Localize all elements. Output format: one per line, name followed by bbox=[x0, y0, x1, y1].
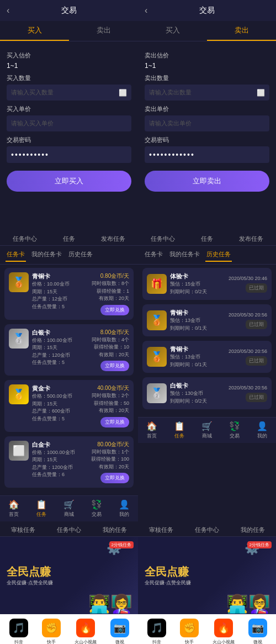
kuaishou-icon-left: ✊ bbox=[42, 619, 61, 637]
nav-left-shop[interactable]: 🛒商城 bbox=[55, 499, 83, 518]
task-silver-extra: 同时领取数：4个获得经验量：10有效期：20天 bbox=[92, 336, 129, 359]
app-item-huoshan-right[interactable]: 🔥 火山小视频 bbox=[213, 619, 235, 644]
sell-price-input[interactable]: 请输入卖出单价 bbox=[145, 115, 269, 131]
weishi-icon-left: 📷 bbox=[110, 619, 129, 637]
nav-right-task[interactable]: 📋任务 bbox=[166, 421, 193, 440]
audit-left-nav-audit[interactable]: 审核任务 bbox=[11, 526, 35, 534]
task-gold-body: 黄金卡 价格：500.00金币周期：15天总产量：600金币任务点赞量：5 bbox=[32, 384, 82, 423]
nav-left-trade-label: 交易 bbox=[92, 511, 102, 518]
task-gold-redeem-button[interactable]: 立即兑换 bbox=[100, 417, 129, 427]
task-gold-title: 黄金卡 bbox=[32, 384, 82, 393]
task-right-bottom-nav: 🏠首页 📋任务 🛒商城 💱交易 👤我的 bbox=[138, 417, 276, 443]
sell-back-arrow-icon[interactable]: ‹ bbox=[145, 6, 147, 15]
audit-left-promo-text: 全民点赚 全民促赚·点赞全民赚 bbox=[7, 565, 53, 587]
app-item-weishi-left[interactable]: 📷 微视 bbox=[110, 619, 129, 644]
nav-right-home[interactable]: 🏠首页 bbox=[138, 421, 166, 440]
nav-left-mine[interactable]: 👤我的 bbox=[110, 499, 138, 518]
douyin-icon-right: 🎵 bbox=[147, 619, 166, 637]
task-gold-extra: 同时领取数：2个获得经验量：50有效期：20天 bbox=[92, 392, 129, 415]
sell-panel-title: 交易 bbox=[199, 6, 215, 15]
nav-left-home-label: 首页 bbox=[9, 511, 19, 518]
sell-quantity-input[interactable]: 请输入卖出数量 ⬜ bbox=[145, 85, 269, 101]
buy-password-input[interactable]: •••••••••• bbox=[7, 146, 131, 163]
task-silver-icon: 🥈 bbox=[9, 329, 29, 349]
task-left-nav-center[interactable]: 任务中心 bbox=[13, 235, 37, 243]
task-left-nav-task[interactable]: 任务 bbox=[63, 235, 75, 243]
nav-right-shop[interactable]: 🛒商城 bbox=[193, 421, 221, 440]
task-right-tab-my[interactable]: 我的任务卡 bbox=[168, 248, 201, 262]
audit-right-section: 审核任务 任务中心 我的任务 全民点赚 全民促赚·点赞全民赚 ⚙️ 2分钱任务 … bbox=[138, 521, 276, 644]
back-arrow-icon[interactable]: ‹ bbox=[7, 6, 9, 15]
task-icon-r: 📋 bbox=[174, 421, 185, 431]
nav-right-trade[interactable]: 💱交易 bbox=[221, 421, 248, 440]
app-item-douyin-right[interactable]: 🎵 抖音 bbox=[147, 619, 166, 644]
task-card-silver: 🥈 白银卡 价格：100.00金币周期：15天总产量：120金币任务点赞量：5 … bbox=[4, 324, 134, 376]
tab-buy-buy[interactable]: 买入 bbox=[0, 21, 69, 41]
task-bronze-icon: 🥉 bbox=[9, 272, 29, 292]
sell-password-input[interactable]: •••••••••••• bbox=[145, 146, 269, 163]
task-white-extra: 同时领取数：1个获得经验量：100有效期：20天 bbox=[91, 448, 129, 471]
sell-submit-button[interactable]: 立即卖出 bbox=[145, 171, 269, 192]
buy-submit-button[interactable]: 立即买入 bbox=[7, 171, 131, 192]
sell-estimate-value: 1~1 bbox=[145, 62, 269, 70]
hist-exp-right: 2020/05/30 20:46 已过期 bbox=[229, 276, 267, 293]
app-item-kuaishou-left[interactable]: ✊ 快手 bbox=[42, 619, 61, 644]
task-right-nav-publish[interactable]: 发布任务 bbox=[239, 235, 263, 243]
buy-quantity-input[interactable]: 请输入买入数量 ⬜ bbox=[7, 85, 131, 101]
hist-silver-date: 2020/05/30 20:56 bbox=[229, 385, 267, 390]
hist-bronze1-date: 2020/05/30 20:56 bbox=[229, 312, 267, 318]
task-right-nav-center[interactable]: 任务中心 bbox=[151, 235, 175, 243]
task-left-tab-my[interactable]: 我的任务卡 bbox=[30, 248, 63, 262]
hist-silver-body: 白银卡 预估：130金币到期时间：0/2天 bbox=[170, 382, 225, 405]
task-white-icon: ⬜ bbox=[9, 441, 29, 461]
audit-right-nav-audit[interactable]: 审核任务 bbox=[149, 526, 173, 534]
app-item-kuaishou-right[interactable]: ✊ 快手 bbox=[180, 619, 199, 644]
audit-right-nav-center[interactable]: 任务中心 bbox=[195, 526, 219, 534]
app-item-huoshan-left[interactable]: 🔥 火山小视频 bbox=[75, 619, 97, 644]
hist-exp-title: 体验卡 bbox=[170, 272, 225, 281]
app-item-weishi-right[interactable]: 📷 微视 bbox=[248, 619, 267, 644]
douyin-label-left: 抖音 bbox=[14, 639, 23, 644]
sell-price-label: 卖出单价 bbox=[145, 105, 269, 113]
task-right-section: 任务中心 任务 发布任务 任务卡 我的任务卡 历史任务 🎁 体验卡 预估：15金… bbox=[138, 230, 276, 521]
audit-right-nav-my[interactable]: 我的任务 bbox=[241, 526, 265, 534]
nav-left-home[interactable]: 🏠首页 bbox=[0, 499, 28, 518]
tab-buy-sell[interactable]: 卖出 bbox=[69, 21, 138, 41]
task-silver-redeem-button[interactable]: 立即兑换 bbox=[100, 361, 129, 371]
hist-bronze2-status: 已过期 bbox=[246, 356, 267, 366]
app-item-douyin-left[interactable]: 🎵 抖音 bbox=[9, 619, 28, 644]
task-left-bottom-nav: 🏠首页 📋任务 🛒商城 💱交易 👤我的 bbox=[0, 495, 138, 521]
nav-right-mine[interactable]: 👤我的 bbox=[248, 421, 276, 440]
task-bronze-detail: 价格：10.00金币周期：15天总产量：12金币任务点赞量：5 bbox=[32, 281, 82, 310]
task-white-body: 白金卡 价格：1000.00金币周期：15天总产量：1200金币任务点赞量：6 bbox=[32, 441, 82, 479]
task-left-tab-card[interactable]: 任务卡 bbox=[6, 248, 26, 262]
task-right-nav-task[interactable]: 任务 bbox=[201, 235, 213, 243]
buy-quantity-placeholder: 请输入买入数量 bbox=[11, 88, 54, 97]
task-right-tab-card[interactable]: 任务卡 bbox=[144, 248, 164, 262]
weishi-label-right: 微视 bbox=[253, 639, 262, 644]
tab-sell-buy[interactable]: 买入 bbox=[138, 21, 207, 41]
task-left-nav-publish[interactable]: 发布任务 bbox=[101, 235, 125, 243]
nav-left-task[interactable]: 📋任务 bbox=[28, 499, 55, 518]
hist-card-silver: 🥈 白银卡 预估：130金币到期时间：0/2天 2020/05/30 20:56… bbox=[142, 377, 272, 409]
huoshan-label-right: 火山小视频 bbox=[213, 639, 235, 644]
nav-right-home-label: 首页 bbox=[147, 432, 157, 440]
sell-trade-tabs: 买入 卖出 bbox=[138, 21, 276, 41]
audit-left-app-icons: 🎵 抖音 ✊ 快手 🔥 火山小视频 📷 微视 bbox=[0, 614, 138, 644]
kuaishou-label-left: 快手 bbox=[47, 639, 56, 644]
nav-left-trade[interactable]: 💱交易 bbox=[83, 499, 110, 518]
audit-left-nav-my[interactable]: 我的任务 bbox=[103, 526, 127, 534]
task-white-redeem-button[interactable]: 立即兑换 bbox=[100, 473, 129, 483]
tab-sell-sell[interactable]: 卖出 bbox=[207, 21, 276, 41]
buy-panel: ‹ 交易 买入 卖出 买入估价 1~1 买入数量 请输入买入数量 ⬜ 买入单价 … bbox=[0, 0, 138, 230]
sell-password-value: •••••••••••• bbox=[149, 150, 195, 159]
audit-left-nav-center[interactable]: 任务中心 bbox=[57, 526, 81, 534]
task-right-tab-hist[interactable]: 历史任务 bbox=[205, 248, 232, 262]
task-left-tab-hist[interactable]: 历史任务 bbox=[67, 248, 94, 262]
task-white-right: 80.00金币/天 同时领取数：1个获得经验量：100有效期：20天 立即兑换 bbox=[85, 441, 129, 484]
task-bronze-redeem-button[interactable]: 立即兑换 bbox=[100, 305, 129, 315]
home-icon-r: 🏠 bbox=[146, 421, 157, 431]
kuaishou-label-right: 快手 bbox=[185, 639, 194, 644]
task-gold-icon: 🥇 bbox=[9, 384, 29, 404]
buy-price-input[interactable]: 请输入买入单价 bbox=[7, 115, 131, 131]
